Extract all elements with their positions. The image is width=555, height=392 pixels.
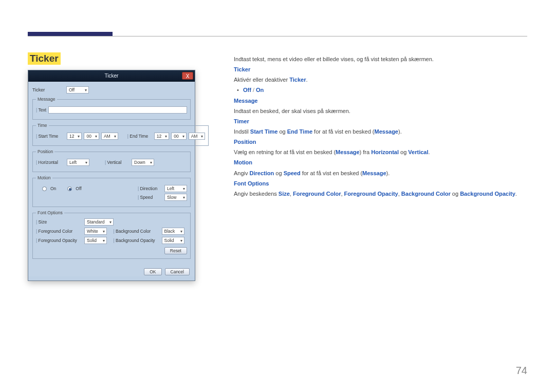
text-label: Text <box>36 107 46 113</box>
timer-desc: Indstil Start Time og End Time for at få… <box>234 127 527 136</box>
header-accent <box>28 32 113 36</box>
direction-label: Direction <box>138 186 162 191</box>
heading-message: Message <box>234 96 527 105</box>
motion-fieldset: Motion On Off Direction Left Speed Slow <box>32 175 191 207</box>
heading-motion: Motion <box>234 158 527 167</box>
motion-on-label: On <box>50 186 56 191</box>
dialog-actions: OK Cancel <box>28 265 195 276</box>
text-input[interactable] <box>48 106 187 114</box>
vertical-label: Vertical <box>105 160 130 165</box>
end-min-select[interactable]: 00 <box>171 133 186 140</box>
heading-ticker: Ticker <box>234 65 527 74</box>
motion-on-radio[interactable] <box>42 186 47 191</box>
message-legend: Message <box>36 97 57 102</box>
message-fieldset: Message Text <box>32 97 191 120</box>
motion-off-label: Off <box>76 186 81 191</box>
page-number: 74 <box>516 365 527 377</box>
fg-color-label: Foreground Color <box>36 229 82 234</box>
end-time-label: End Time <box>127 134 152 139</box>
fg-opacity-label: Foreground Opacity <box>36 238 82 243</box>
ticker-row: Ticker Off <box>32 86 191 94</box>
ticker-desc: Aktivér eller deaktiver Ticker. <box>234 75 527 84</box>
ticker-select[interactable]: Off <box>66 86 89 94</box>
vertical-select[interactable]: Down <box>132 159 154 166</box>
end-hour-select[interactable]: 12 <box>154 133 169 140</box>
time-fieldset: Time Start Time 12 00 AM End Time 12 00 … <box>32 123 209 146</box>
heading-font-options: Font Options <box>234 179 527 188</box>
dialog-body: Ticker Off Message Text Time Start Time … <box>28 82 195 265</box>
reset-button[interactable]: Reset <box>164 247 187 254</box>
fg-color-select[interactable]: White <box>84 228 107 235</box>
fg-opacity-select[interactable]: Solid <box>84 237 107 244</box>
horizontal-label: Horizontal <box>36 160 65 165</box>
intro-text: Indtast tekst, mens et video eller et bi… <box>234 54 527 64</box>
start-time-label: Start Time <box>36 134 65 139</box>
ok-button[interactable]: OK <box>144 268 161 275</box>
size-select[interactable]: Standard <box>84 218 114 226</box>
page-title: Ticker <box>28 52 61 65</box>
time-legend: Time <box>36 123 49 128</box>
motion-desc: Angiv Direction og Speed for at få vist … <box>234 169 527 178</box>
bg-opacity-select[interactable]: Solid <box>162 237 184 244</box>
heading-timer: Timer <box>234 117 527 126</box>
bg-color-label: Background Color <box>114 229 160 234</box>
motion-legend: Motion <box>36 175 52 180</box>
font-options-fieldset: Font Options SizeStandard Foreground Col… <box>32 210 191 259</box>
end-ampm-select[interactable]: AM <box>189 133 206 140</box>
ticker-label: Ticker <box>32 87 64 92</box>
size-label: Size <box>36 219 82 225</box>
horizontal-select[interactable]: Left <box>67 159 89 166</box>
speed-select[interactable]: Slow <box>164 194 187 201</box>
message-desc: Indtast en besked, der skal vises på skæ… <box>234 106 527 116</box>
ticker-options: Off / On <box>234 85 527 95</box>
speed-label: Speed <box>138 195 162 200</box>
bg-opacity-label: Background Opacity <box>114 238 160 243</box>
motion-off-radio[interactable] <box>67 186 72 191</box>
ticker-dialog: Ticker X Ticker Off Message Text Time St… <box>28 70 195 281</box>
dialog-title: Ticker <box>105 73 119 79</box>
bg-color-select[interactable]: Black <box>162 228 184 235</box>
font-options-legend: Font Options <box>36 210 64 215</box>
position-desc: Vælg en retning for at få vist en besked… <box>234 147 527 157</box>
direction-select[interactable]: Left <box>164 185 187 192</box>
start-min-select[interactable]: 00 <box>84 133 99 140</box>
cancel-button[interactable]: Cancel <box>165 268 190 275</box>
doc-content: Indtast tekst, mens et video eller et bi… <box>234 54 527 199</box>
header-rule <box>28 36 527 36</box>
close-icon[interactable]: X <box>182 72 193 80</box>
heading-position: Position <box>234 137 527 146</box>
start-ampm-select[interactable]: AM <box>101 133 118 140</box>
font-desc: Angiv beskedens Size, Foreground Color, … <box>234 189 527 198</box>
position-fieldset: Position Horizontal Left Vertical Down <box>32 149 191 172</box>
start-hour-select[interactable]: 12 <box>67 133 82 140</box>
dialog-titlebar: Ticker X <box>28 70 195 82</box>
position-legend: Position <box>36 149 54 154</box>
